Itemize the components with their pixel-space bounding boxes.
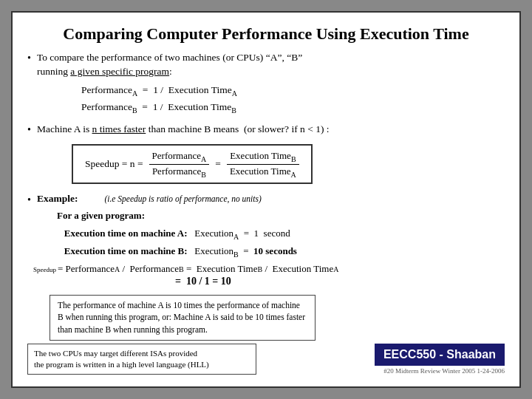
speedup-denominator: PerformanceB — [149, 165, 209, 179]
slide-title: Comparing Computer Performance Using Exe… — [27, 24, 505, 44]
exectime-fraction: Execution TimeB Execution TimeA — [227, 150, 299, 178]
eecc-label: EECC550 - Shaaban — [375, 344, 505, 366]
speedup-fraction: PerformanceA PerformanceB — [149, 150, 210, 178]
bullet-text-1: To compare the performance of two machin… — [37, 51, 302, 120]
no-units-note: (i.e Speedup is ratio of performance, no… — [104, 194, 261, 203]
speedup-label: Speedup = n = — [85, 158, 143, 170]
bullet-dot-2: • — [27, 124, 31, 136]
exec-line-b: Execution time on machine B: ExecutionB … — [57, 243, 505, 261]
bullet-dot-1: • — [27, 52, 31, 64]
exectime-denominator: Execution TimeA — [227, 165, 299, 179]
bullet-2: • Machine A is n times faster than machi… — [27, 123, 505, 137]
formula-block-1: PerformanceA = 1 / Execution TimeA Perfo… — [81, 82, 302, 117]
speedup-numerator: PerformanceA — [149, 150, 210, 165]
bullet-1: • To compare the performance of two mach… — [27, 51, 505, 120]
hll-line2: the program is written in a high level l… — [34, 360, 209, 369]
example-label: Example: — [37, 193, 78, 205]
bottom-left: The performance of machine A is 10 times… — [27, 292, 316, 375]
example-lines: For a given program: Execution time on m… — [57, 208, 505, 260]
bullet-text-2: Machine A is n times faster than machine… — [37, 123, 330, 137]
speedup-equals: = — [215, 158, 221, 170]
exec-line-a: Execution time on machine A: ExecutionA … — [57, 225, 505, 243]
speedup-value-line: = 10 / 1 = 10 — [175, 276, 505, 287]
bullet-dot-3: • — [27, 194, 31, 206]
speedup-result-line: Speedup= PerformanceA / PerformanceB = E… — [33, 263, 505, 275]
speedup-box-container: Speedup = n = PerformanceA PerformanceB … — [27, 140, 505, 188]
speedup-small-label: Speedup — [33, 266, 56, 273]
speedup-equals-sign: = — [58, 263, 63, 275]
exectime-numerator: Execution TimeB — [227, 150, 299, 165]
hll-box: The two CPUs may target different ISAs p… — [27, 344, 256, 375]
speedup-inner: Speedup = n = PerformanceA PerformanceB … — [85, 150, 299, 178]
bottom-row: The performance of machine A is 10 times… — [27, 292, 505, 375]
slide: Comparing Computer Performance Using Exe… — [11, 11, 521, 388]
speedup-box: Speedup = n = PerformanceA PerformanceB … — [72, 144, 313, 184]
hll-line1: The two CPUs may target different ISAs p… — [34, 349, 197, 358]
summary-box: The performance of machine A is 10 times… — [50, 295, 316, 341]
slide-number: #20 Midterm Review Winter 2005 1-24-2006 — [383, 367, 505, 375]
bottom-right: EECC550 - Shaaban #20 Midterm Review Win… — [375, 344, 505, 375]
bullet-3-row: • Example: (i.e Speedup is ratio of perf… — [27, 193, 505, 206]
given-label: For a given program: — [57, 208, 505, 224]
